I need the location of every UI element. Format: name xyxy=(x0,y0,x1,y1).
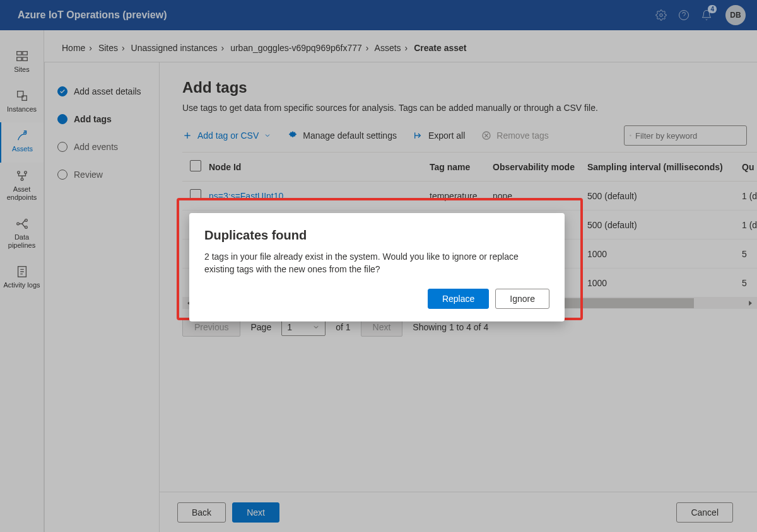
duplicates-dialog: Duplicates found 2 tags in your file alr… xyxy=(189,213,565,321)
dialog-body: 2 tags in your file already exist in the… xyxy=(204,250,549,276)
modal-overlay[interactable]: Duplicates found 2 tags in your file alr… xyxy=(0,0,757,532)
replace-button[interactable]: Replace xyxy=(428,289,489,309)
ignore-button[interactable]: Ignore xyxy=(495,289,549,309)
dialog-title: Duplicates found xyxy=(204,228,549,243)
